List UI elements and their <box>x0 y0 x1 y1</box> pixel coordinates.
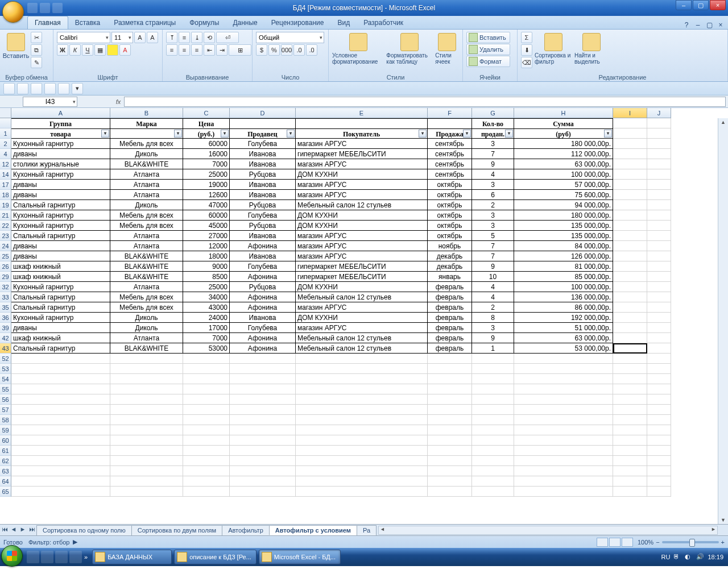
number-format-combo[interactable]: Общий <box>256 32 324 43</box>
cell[interactable] <box>428 446 472 456</box>
sheet-nav-first[interactable]: ⏮ <box>0 526 9 535</box>
column-header[interactable]: D <box>230 108 296 118</box>
column-header[interactable]: H <box>514 108 613 118</box>
cell[interactable]: февраль <box>428 323 472 333</box>
cell[interactable]: 2 <box>472 302 514 313</box>
cell[interactable] <box>647 128 671 139</box>
cell[interactable] <box>230 446 296 456</box>
cell[interactable]: ноябрь <box>428 241 472 251</box>
cell[interactable] <box>110 456 183 466</box>
cell[interactable] <box>428 394 472 405</box>
cell[interactable]: Голубева <box>230 139 296 149</box>
cell[interactable]: Кухонный гарнитур <box>11 139 110 149</box>
ribbon-tab[interactable]: Разработчик <box>357 16 410 29</box>
cell[interactable]: Кухонный гарнитур <box>11 221 110 231</box>
borders-button[interactable]: ▦ <box>94 44 106 56</box>
cell[interactable]: 9 <box>472 333 514 343</box>
cell[interactable]: Спальный гарнитур <box>11 200 110 210</box>
cell[interactable] <box>613 169 647 180</box>
cell[interactable]: 135 000,00р. <box>514 221 613 231</box>
cell[interactable]: 47000 <box>183 200 230 210</box>
cell[interactable] <box>183 446 230 456</box>
comma-button[interactable]: 000 <box>281 44 292 56</box>
cell[interactable] <box>472 435 514 446</box>
underline-button[interactable]: Ч <box>82 44 93 56</box>
cell[interactable] <box>647 139 671 149</box>
cell[interactable] <box>296 374 428 384</box>
ribbon-tab[interactable]: Вставка <box>68 16 107 29</box>
qat-redo-icon[interactable] <box>52 3 63 13</box>
cell[interactable]: Атланта <box>110 231 183 241</box>
cell[interactable] <box>110 446 183 456</box>
row-header[interactable]: 1 <box>0 128 11 139</box>
cell[interactable]: Мебельный салон 12 стульев <box>296 343 428 354</box>
cell[interactable]: Спальный гарнитур <box>11 231 110 241</box>
grow-font-button[interactable]: A <box>134 32 146 43</box>
cell[interactable]: 51 000,00р. <box>514 323 613 333</box>
cell[interactable]: Диколь <box>110 149 183 159</box>
cell[interactable]: Иванова <box>230 190 296 200</box>
cell[interactable]: 4 <box>472 292 514 302</box>
qat2-item[interactable] <box>31 83 42 94</box>
row-header[interactable]: 17 <box>0 180 11 190</box>
cell[interactable] <box>230 405 296 415</box>
row-header[interactable]: 29 <box>0 272 11 282</box>
cell[interactable]: Спальный гарнитур <box>11 302 110 313</box>
cell[interactable] <box>647 415 671 425</box>
zoom-slider[interactable] <box>662 541 719 543</box>
cell[interactable] <box>514 425 613 435</box>
cell[interactable]: 57 000,00р. <box>514 180 613 190</box>
ribbon-tab[interactable]: Рецензирование <box>264 16 331 29</box>
cell[interactable]: 60000 <box>183 139 230 149</box>
cell[interactable] <box>613 425 647 435</box>
cell[interactable] <box>647 292 671 302</box>
cell[interactable]: 192 000,00р. <box>514 313 613 323</box>
cell[interactable] <box>11 456 110 466</box>
align-bottom-button[interactable]: ⤓ <box>191 32 202 43</box>
cell[interactable] <box>110 487 183 497</box>
quicklaunch-icon[interactable] <box>69 551 82 563</box>
cell[interactable]: 53 000,00р. <box>514 343 613 354</box>
cell[interactable] <box>647 333 671 343</box>
row-header[interactable]: 18 <box>0 190 11 200</box>
cell[interactable] <box>514 446 613 456</box>
page-layout-view-button[interactable] <box>609 538 621 547</box>
cell[interactable] <box>613 221 647 231</box>
cell[interactable] <box>647 190 671 200</box>
horizontal-scrollbar[interactable] <box>378 526 718 535</box>
cell[interactable]: 63 000,00р. <box>514 159 613 169</box>
cell[interactable] <box>183 415 230 425</box>
cell[interactable] <box>613 435 647 446</box>
cell[interactable]: столики журнальные <box>11 159 110 169</box>
cell[interactable]: Рубцова <box>230 169 296 180</box>
cell[interactable]: Спальный гарнитур <box>11 343 110 354</box>
macro-record-icon[interactable]: ▶ <box>73 538 77 546</box>
cut-button[interactable]: ✂ <box>31 32 42 43</box>
minimize-button[interactable]: – <box>676 0 692 10</box>
cell[interactable]: магазин АРГУС <box>296 139 428 149</box>
cell[interactable] <box>613 354 647 364</box>
cell[interactable] <box>296 118 428 128</box>
row-header[interactable]: 65 <box>0 487 11 497</box>
row-header[interactable]: 61 <box>0 446 11 456</box>
qat2-dropdown[interactable]: ▾ <box>72 83 83 94</box>
maximize-button[interactable]: ▢ <box>693 0 709 10</box>
cell[interactable]: 12000 <box>183 241 230 251</box>
cell[interactable]: 9 <box>472 261 514 272</box>
cell[interactable]: Группа <box>11 118 110 128</box>
cell[interactable]: Атланта <box>110 241 183 251</box>
cell[interactable] <box>613 333 647 343</box>
cell[interactable]: магазин АРГУС <box>296 159 428 169</box>
cell[interactable] <box>613 251 647 261</box>
font-name-combo[interactable]: Calibri <box>57 32 110 43</box>
cell[interactable] <box>647 364 671 374</box>
cell[interactable] <box>230 476 296 487</box>
cell[interactable] <box>647 149 671 159</box>
align-center-button[interactable]: ≡ <box>179 44 190 56</box>
cell[interactable] <box>183 435 230 446</box>
zoom-label[interactable]: 100% <box>638 539 653 546</box>
cell[interactable] <box>230 364 296 374</box>
cell[interactable]: 3 <box>472 221 514 231</box>
cell[interactable]: Афонина <box>230 241 296 251</box>
cell[interactable] <box>613 446 647 456</box>
